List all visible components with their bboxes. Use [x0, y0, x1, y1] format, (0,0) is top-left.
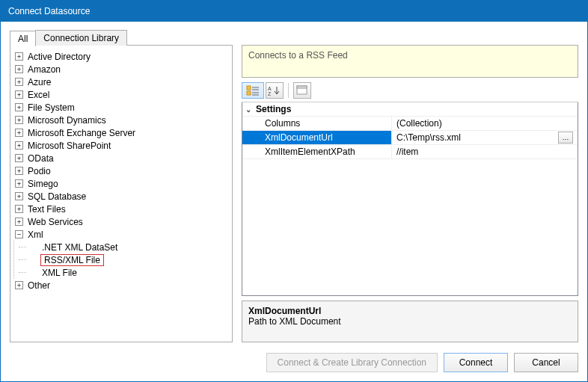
tree-node-sql-database[interactable]: +SQL Database — [13, 190, 229, 203]
tabstrip: All Connection Library — [10, 29, 233, 46]
property-row-xmlitemelementxpath[interactable]: XmlItemElementXPath //item — [242, 145, 578, 159]
tree-label: Xml — [26, 229, 45, 240]
property-name: XmlItemElementXPath — [242, 145, 392, 158]
expand-icon[interactable]: + — [15, 78, 23, 86]
tree-label: Microsoft SharePoint — [26, 141, 112, 151]
tree-node-ms-sharepoint[interactable]: +Microsoft SharePoint — [13, 139, 229, 152]
property-name: Columns — [242, 117, 392, 130]
expand-icon[interactable]: + — [15, 52, 23, 61]
toolbar-separator — [288, 83, 289, 98]
tab-library-label: Connection Library — [43, 33, 119, 43]
tree-label: SQL Database — [26, 191, 88, 202]
tree-node-active-directory[interactable]: +Active Directory — [13, 50, 229, 63]
svg-rect-1 — [247, 91, 251, 95]
tree-label: .NET XML DataSet — [40, 242, 119, 253]
tree-node-azure[interactable]: +Azure — [13, 76, 229, 88]
categorized-button[interactable] — [242, 82, 264, 99]
expand-icon[interactable]: + — [15, 205, 23, 213]
expand-icon[interactable]: + — [15, 65, 23, 73]
expand-icon[interactable]: + — [15, 90, 23, 99]
right-panel: Connects to a RSS Feed — [242, 45, 578, 342]
dialog-window: Connect Datasource All Connection Librar… — [0, 0, 588, 382]
tree-node-web-services[interactable]: +Web Services — [13, 215, 229, 228]
svg-text:Z: Z — [268, 91, 272, 96]
tree-node-ms-exchange[interactable]: +Microsoft Exchange Server — [13, 126, 229, 139]
expand-icon[interactable]: + — [15, 141, 23, 150]
tree-label: Other — [26, 280, 52, 291]
tree-label: Amazon — [26, 64, 62, 75]
expand-icon[interactable]: + — [15, 154, 23, 162]
property-pages-button[interactable] — [293, 82, 311, 99]
tree-node-xml-file[interactable]: XML File — [28, 266, 229, 279]
tree-node-ms-dynamics[interactable]: +Microsoft Dynamics — [13, 114, 229, 126]
tree-node-file-system[interactable]: +File System — [13, 101, 229, 114]
tree-children-xml: .NET XML DataSet RSS/XML File XML File — [13, 241, 229, 279]
connect-button[interactable]: Connect — [444, 353, 508, 372]
titlebar: Connect Datasource — [1, 1, 587, 22]
tab-connection-library[interactable]: Connection Library — [35, 30, 127, 46]
property-description-panel: XmlDocumentUrl Path to XML Document — [242, 301, 578, 342]
categorized-icon — [246, 85, 260, 96]
tree-label: Azure — [26, 77, 52, 87]
expand-icon[interactable]: + — [15, 192, 23, 200]
svg-rect-0 — [247, 86, 251, 90]
property-value[interactable]: //item — [392, 145, 578, 158]
expand-icon[interactable]: + — [15, 218, 23, 226]
tree-label-selected: RSS/XML File — [40, 254, 104, 266]
svg-rect-10 — [297, 86, 307, 88]
provider-description-text: Connects to a RSS Feed — [248, 50, 348, 61]
property-description-name: XmlDocumentUrl — [248, 306, 572, 316]
tree-node-podio[interactable]: +Podio — [13, 164, 229, 177]
property-value[interactable]: (Collection) — [392, 117, 578, 130]
tree-label: Text Files — [26, 204, 67, 215]
tree-label: OData — [26, 153, 55, 164]
tree-node-other[interactable]: +Other — [13, 279, 229, 292]
tree-node-amazon[interactable]: +Amazon — [13, 63, 229, 76]
client-area: All Connection Library +Active Directory… — [1, 22, 587, 381]
provider-tree-panel: +Active Directory +Amazon +Azure +Excel … — [10, 45, 233, 342]
property-row-columns[interactable]: Columns (Collection) — [242, 117, 578, 131]
tree-label: Simego — [26, 179, 60, 189]
property-category-settings[interactable]: ⌄ Settings — [242, 102, 578, 117]
chevron-down-icon[interactable]: ⌄ — [245, 105, 256, 114]
tree-node-text-files[interactable]: +Text Files — [13, 203, 229, 215]
property-category-label: Settings — [256, 104, 291, 114]
tree-label: Podio — [26, 166, 52, 176]
expand-icon[interactable]: + — [15, 129, 23, 137]
property-value-text: C:\Temp\rss.xml — [396, 132, 461, 143]
tree-label: Microsoft Dynamics — [26, 115, 108, 126]
expand-icon[interactable]: + — [15, 281, 23, 289]
property-value[interactable]: C:\Temp\rss.xml … — [392, 131, 578, 144]
connect-create-library-button: Connect & Create Library Connection — [266, 353, 438, 372]
provider-description-box: Connects to a RSS Feed — [242, 45, 578, 78]
dialog-button-row: Connect & Create Library Connection Conn… — [10, 342, 578, 372]
tree-node-rss-xml-file[interactable]: RSS/XML File — [28, 253, 229, 266]
alphabetical-button[interactable]: A Z — [266, 82, 284, 99]
provider-tabhost: All Connection Library +Active Directory… — [10, 29, 233, 342]
cancel-button[interactable]: Cancel — [514, 353, 578, 372]
property-description-text: Path to XML Document — [248, 316, 572, 327]
provider-tree[interactable]: +Active Directory +Amazon +Azure +Excel … — [13, 50, 229, 292]
browse-button[interactable]: … — [558, 132, 573, 144]
expand-icon[interactable]: + — [15, 116, 23, 124]
svg-text:A: A — [268, 86, 272, 91]
window-title: Connect Datasource — [8, 6, 90, 16]
expand-icon[interactable]: + — [15, 167, 23, 175]
property-grid[interactable]: ⌄ Settings Columns (Collection) XmlDocum… — [242, 102, 578, 296]
propertygrid-toolbar: A Z — [242, 78, 578, 102]
tree-label: Excel — [26, 90, 51, 100]
expand-icon[interactable]: + — [15, 103, 23, 111]
sort-az-icon: A Z — [268, 85, 281, 96]
expand-icon[interactable]: + — [15, 179, 23, 188]
collapse-icon[interactable]: − — [15, 230, 23, 238]
tree-node-excel[interactable]: +Excel — [13, 88, 229, 101]
property-page-icon — [296, 85, 308, 96]
tab-all[interactable]: All — [10, 31, 36, 46]
tab-all-label: All — [18, 34, 28, 44]
tree-node-odata[interactable]: +OData — [13, 152, 229, 164]
tree-node-simego[interactable]: +Simego — [13, 177, 229, 190]
property-row-xmldocumenturl[interactable]: XmlDocumentUrl C:\Temp\rss.xml … — [242, 131, 578, 145]
tree-label: XML File — [40, 268, 79, 278]
tree-node-dotnet-xml-dataset[interactable]: .NET XML DataSet — [28, 241, 229, 253]
tree-node-xml[interactable]: −Xml — [13, 228, 229, 241]
